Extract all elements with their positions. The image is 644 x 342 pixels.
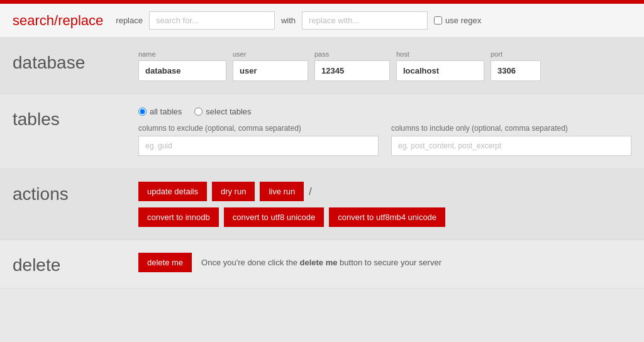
delete-note: Once you're done click the delete me but… <box>201 258 441 267</box>
include-input[interactable] <box>391 136 631 156</box>
search-input[interactable] <box>149 11 275 30</box>
with-label: with <box>281 16 296 25</box>
replace-label: replace <box>116 16 143 25</box>
exclude-column-group: columns to exclude (optional, comma sepa… <box>138 124 379 156</box>
delete-section-content: delete me Once you're done click the del… <box>138 253 631 272</box>
actions-row-2: convert to innodb convert to utf8 unicod… <box>138 207 631 227</box>
db-pass-input[interactable] <box>314 60 390 81</box>
database-content: name user pass host port <box>138 50 631 81</box>
select-tables-radio-label[interactable]: select tables <box>194 107 251 116</box>
db-fields: name user pass host port <box>138 50 631 81</box>
all-tables-text: all tables <box>150 107 182 116</box>
tables-content: all tables select tables columns to excl… <box>138 107 631 156</box>
delete-label: delete <box>13 253 138 275</box>
db-field-pass: pass <box>314 50 390 81</box>
select-tables-text: select tables <box>206 107 251 116</box>
db-user-input[interactable] <box>233 60 308 81</box>
db-host-input[interactable] <box>396 60 484 81</box>
delete-note-suffix: button to secure your server <box>337 258 441 267</box>
pass-label: pass <box>314 50 390 58</box>
name-label: name <box>138 50 226 58</box>
db-name-input[interactable] <box>138 60 226 81</box>
select-tables-radio[interactable] <box>194 108 203 116</box>
radio-group: all tables select tables <box>138 107 631 116</box>
use-regex-checkbox[interactable] <box>434 16 442 25</box>
actions-row-1: update details dry run live run / <box>138 182 631 201</box>
delete-content: delete me Once you're done click the del… <box>138 253 631 272</box>
convert-utf8-button[interactable]: convert to utf8 unicode <box>224 207 325 227</box>
user-label: user <box>233 50 308 58</box>
database-section: database name user pass host port <box>0 38 644 94</box>
header-controls: replace with use regex <box>116 11 631 30</box>
use-regex-text: use regex <box>445 16 481 25</box>
header-section: search/replace replace with use regex <box>0 4 644 38</box>
delete-section: delete delete me Once you're done click … <box>0 240 644 289</box>
logo: search/replace <box>13 13 103 29</box>
db-field-host: host <box>396 50 484 81</box>
all-tables-radio-label[interactable]: all tables <box>138 107 182 116</box>
convert-innodb-button[interactable]: convert to innodb <box>138 207 219 227</box>
all-tables-radio[interactable] <box>138 108 147 116</box>
exclude-input[interactable] <box>138 136 379 156</box>
db-field-port: port <box>491 50 541 81</box>
port-label: port <box>491 50 541 58</box>
db-port-input[interactable] <box>491 60 541 81</box>
host-label: host <box>396 50 484 58</box>
actions-label: actions <box>13 182 138 204</box>
update-details-button[interactable]: update details <box>138 182 207 201</box>
tables-label: tables <box>13 107 138 130</box>
database-label: database <box>13 50 138 73</box>
include-column-group: columns to include only (optional, comma… <box>391 124 631 156</box>
delete-note-text: Once you're done click the <box>201 258 299 267</box>
delete-me-button[interactable]: delete me <box>138 253 192 272</box>
convert-utf8mb4-button[interactable]: convert to utf8mb4 unicode <box>329 207 445 227</box>
logo-replace: replace <box>58 13 103 28</box>
db-field-name: name <box>138 50 226 81</box>
logo-search: search <box>13 13 54 28</box>
db-field-user: user <box>233 50 308 81</box>
include-label: columns to include only (optional, comma… <box>391 124 631 133</box>
columns-row: columns to exclude (optional, comma sepa… <box>138 124 631 156</box>
use-regex-label[interactable]: use regex <box>434 16 481 25</box>
delete-note-bold: delete me <box>300 258 338 267</box>
dry-run-button[interactable]: dry run <box>212 182 255 201</box>
exclude-label: columns to exclude (optional, comma sepa… <box>138 124 379 133</box>
live-run-button[interactable]: live run <box>260 182 304 201</box>
replace-input[interactable] <box>302 11 428 30</box>
tables-section: tables all tables select tables columns … <box>0 94 644 169</box>
slash-divider: / <box>309 186 311 197</box>
actions-section: actions update details dry run live run … <box>0 169 644 240</box>
actions-content: update details dry run live run / conver… <box>138 182 631 227</box>
